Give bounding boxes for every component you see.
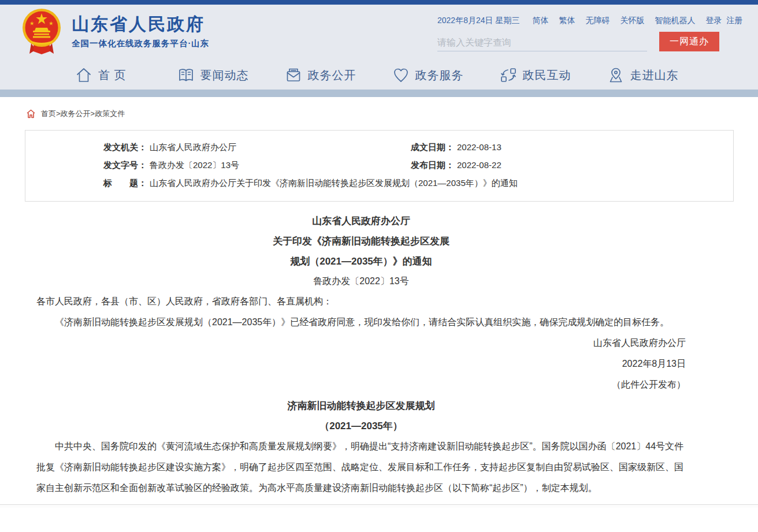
site-subtitle: 全国一体化在线政务服务平台·山东 [72, 38, 209, 49]
plan-title-line: （2021—2035年） [36, 416, 686, 436]
link-register[interactable]: 注册 [726, 16, 742, 26]
paragraph: 中共中央、国务院印发的《黄河流域生态保护和高质量发展规划纲要》，明确提出“支持济… [36, 436, 686, 498]
link-accessibility[interactable]: 无障碍 [585, 16, 610, 26]
publish-date-value: 2022-08-22 [457, 160, 501, 170]
envelope-icon [285, 66, 302, 84]
doc-title-value: 山东省人民政府办公厅关于印发《济南新旧动能转换起步区发展规划（2021—2035… [150, 178, 518, 188]
nav-item-news[interactable]: 要闻动态 [177, 66, 249, 84]
nav-item-interaction[interactable]: 政民互动 [500, 66, 571, 84]
one-stop-portal-button[interactable]: 一网通办 [659, 32, 719, 51]
page-bottom-divider [0, 504, 758, 508]
nav-item-label: 要闻动态 [200, 68, 249, 83]
doc-number-label: 发文字号： [103, 160, 147, 170]
nav-item-label: 走进山东 [630, 68, 679, 83]
nav-item-discover-shandong[interactable]: 走进山东 [607, 66, 679, 84]
doc-title-label: 标 题： [103, 178, 147, 188]
link-login[interactable]: 登录 [705, 16, 722, 26]
link-care-version[interactable]: 关怀版 [620, 16, 644, 26]
interaction-icon [500, 66, 517, 84]
nav-item-home[interactable]: 首 页 [75, 66, 127, 84]
salutation: 各市人民政府，各县（市、区）人民政府，省政府各部门、各直属机构： [36, 291, 686, 312]
nav-item-gov-info[interactable]: 政务公开 [285, 66, 356, 84]
heart-icon [392, 66, 410, 84]
notice-title-line: 山东省人民政府办公厅 [36, 211, 686, 231]
issuing-org-label: 发文机关： [103, 142, 147, 152]
issuing-org-value: 山东省人民政府办公厅 [150, 142, 236, 152]
notice-title-line: 关于印发《济南新旧动能转换起步区发展 [36, 231, 686, 251]
paragraph: 《济南新旧动能转换起步区发展规划（2021—2035年）》已经省政府同意，现印发… [36, 312, 686, 333]
top-accent-strip [0, 0, 758, 5]
main-navigation: 首 页 要闻动态 政务公开 政务服务 政民互动 [0, 61, 758, 90]
national-emblem-logo [22, 8, 61, 55]
breadcrumb-path[interactable]: 首页>政务公开>政策文件 [41, 109, 125, 119]
written-date-value: 2022-08-13 [457, 142, 501, 152]
home-breadcrumb-icon [26, 109, 36, 118]
signature-org: 山东省人民政府办公厅 [36, 333, 686, 354]
notice-doc-number: 鲁政办发〔2022〕13号 [36, 271, 686, 291]
nav-item-label: 政务服务 [415, 68, 464, 83]
plan-title-line: 济南新旧动能转换起步区发展规划 [36, 396, 686, 416]
notice-title-line: 规划（2021—2035年）》的通知 [36, 251, 686, 271]
publish-date-label: 发布日期： [411, 160, 454, 170]
document-meta-card: 发文机关：山东省人民政府办公厅 成文日期：2022-08-13 发文字号：鲁政办… [25, 130, 734, 202]
site-header: 山东省人民政府 全国一体化在线政务服务平台·山东 2022年8月24日 星期三 … [0, 5, 758, 61]
book-icon [177, 66, 195, 84]
nav-item-label: 政民互动 [523, 68, 571, 83]
link-simplified-chinese[interactable]: 简体 [532, 16, 548, 26]
nav-item-label: 首 页 [98, 68, 127, 83]
nav-item-label: 政务公开 [308, 68, 356, 83]
map-pin-icon [607, 66, 625, 84]
nav-bottom-strip [0, 90, 758, 97]
search-input[interactable] [437, 34, 647, 51]
nav-item-gov-services[interactable]: 政务服务 [392, 66, 464, 84]
written-date-label: 成文日期： [411, 142, 454, 152]
doc-number-value: 鲁政办发〔2022〕13号 [150, 160, 239, 170]
current-date: 2022年8月24日 星期三 [437, 16, 519, 26]
home-icon [75, 66, 92, 84]
signature-date: 2022年8月13日 [36, 354, 686, 374]
site-title: 山东省人民政府 [72, 14, 209, 35]
site-brand[interactable]: 山东省人民政府 全国一体化在线政务服务平台·山东 [22, 8, 209, 55]
link-smart-robot[interactable]: 智能机器人 [655, 16, 695, 26]
breadcrumb: 首页>政务公开>政策文件 [0, 97, 758, 128]
article-body: 山东省人民政府办公厅 关于印发《济南新旧动能转换起步区发展 规划（2021—20… [0, 202, 758, 498]
top-utility-links: 2022年8月24日 星期三 简体 繁体 无障碍 关怀版 智能机器人 登录 注册 [437, 16, 719, 26]
link-traditional-chinese[interactable]: 繁体 [559, 16, 575, 26]
publish-note: （此件公开发布） [36, 374, 686, 395]
